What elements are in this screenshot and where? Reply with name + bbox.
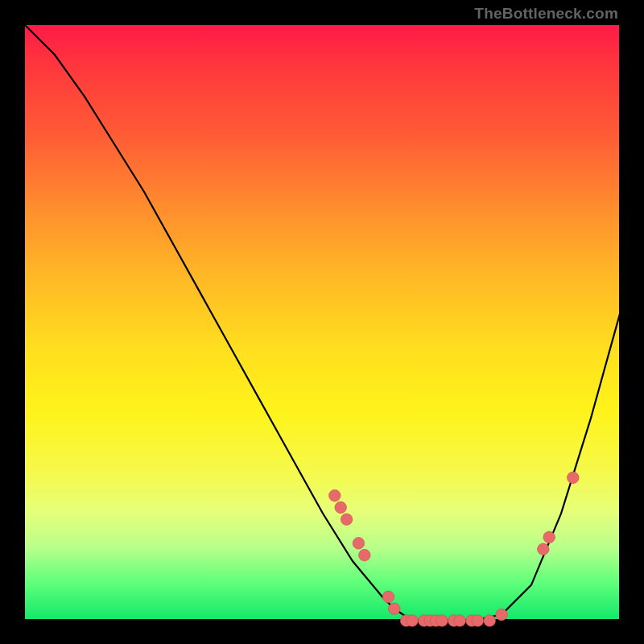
data-point — [543, 531, 555, 543]
data-point — [329, 489, 341, 502]
plot-area — [24, 24, 620, 620]
data-point — [538, 543, 550, 555]
data-point — [472, 615, 484, 627]
data-point — [382, 591, 394, 603]
data-point — [359, 549, 371, 561]
data-point — [335, 502, 347, 514]
chart-container: TheBottleneck.com — [0, 0, 644, 644]
data-point — [341, 514, 353, 526]
curve-line — [25, 25, 621, 621]
data-point — [407, 615, 419, 627]
data-point — [436, 615, 448, 627]
data-point — [454, 615, 466, 627]
data-point — [496, 609, 508, 621]
data-point — [568, 472, 580, 484]
data-points — [329, 472, 580, 626]
watermark-label: TheBottleneck.com — [474, 5, 618, 23]
data-point — [484, 615, 496, 627]
data-point — [353, 538, 365, 550]
data-point — [389, 603, 401, 615]
chart-svg — [25, 25, 621, 621]
